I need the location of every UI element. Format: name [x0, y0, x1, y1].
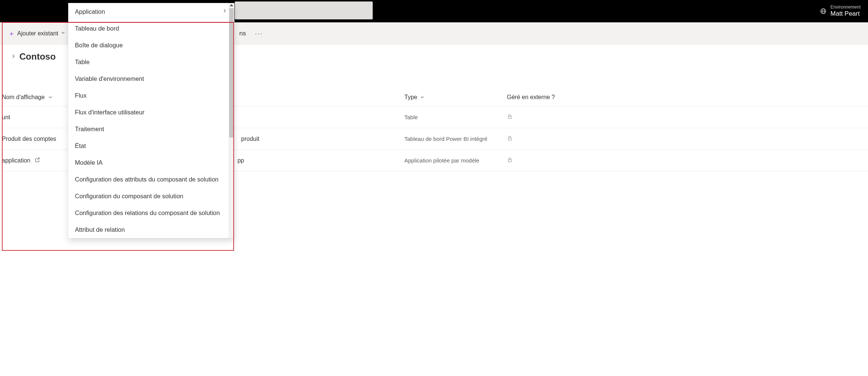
menu-item-label: Table	[75, 59, 89, 66]
column-header-managed[interactable]: Géré en externe ?	[507, 94, 589, 101]
environment-name: Matt Peart	[830, 10, 861, 18]
svg-rect-4	[508, 138, 511, 140]
row-type: Application pilotée par modèle	[404, 157, 507, 164]
menu-item[interactable]: Flux d'interface utilisateur	[68, 104, 234, 121]
column-header-type[interactable]: Type	[404, 94, 507, 101]
menu-item[interactable]: Table	[68, 54, 234, 70]
add-existing-label: Ajouter existant	[17, 30, 58, 37]
svg-rect-5	[508, 159, 511, 162]
globe-icon	[820, 8, 827, 15]
row-type: Tableau de bord Power BI intégré	[404, 136, 507, 142]
scroll-thumb[interactable]	[229, 8, 234, 138]
lock-icon	[507, 158, 513, 164]
chevron-right-icon	[222, 8, 228, 15]
menu-item-label: Flux d'interface utilisateur	[75, 109, 145, 116]
row-name-suffix: pp	[237, 157, 244, 164]
row-name-suffix: produit	[241, 136, 259, 142]
command-bar-trailing: ns ···	[239, 29, 263, 37]
plus-icon: ＋	[8, 29, 15, 38]
external-link-icon[interactable]	[34, 157, 40, 164]
chevron-right-icon[interactable]	[10, 53, 16, 60]
scrollbar[interactable]	[228, 3, 234, 171]
more-commands-button[interactable]: ···	[255, 29, 263, 37]
menu-item-label: Traitement	[75, 126, 104, 133]
row-name: application	[2, 157, 31, 164]
menu-item[interactable]: Application	[68, 3, 234, 20]
chevron-down-icon	[420, 95, 425, 100]
menu-item-label: Boîte de dialogue	[75, 42, 123, 49]
svg-rect-3	[508, 116, 511, 119]
menu-item[interactable]: Configuration des attributs du composant…	[68, 171, 234, 171]
environment-label: Environnement	[830, 5, 861, 10]
menu-item-label: Flux	[75, 92, 86, 99]
menu-item-label: État	[75, 142, 86, 149]
menu-item-label: Variable d'environnement	[75, 75, 144, 82]
menu-item[interactable]: Modèle IA	[68, 154, 234, 171]
page-title: Contoso	[19, 51, 56, 62]
menu-item-label: Application	[75, 8, 105, 15]
add-existing-button[interactable]: ＋ Ajouter existant	[4, 26, 70, 41]
menu-item[interactable]: Tableau de bord	[68, 20, 234, 37]
search-box[interactable]	[235, 1, 373, 19]
environment-selector[interactable]: Environnement Matt Peart	[820, 5, 861, 17]
menu-item[interactable]: Flux	[68, 87, 234, 104]
menu-item-label: Modèle IA	[75, 159, 102, 166]
menu-item[interactable]: Traitement	[68, 121, 234, 138]
menu-list: ApplicationTableau de bordBoîte de dialo…	[68, 3, 234, 171]
environment-text: Environnement Matt Peart	[830, 5, 861, 17]
row-name: unt	[2, 114, 10, 121]
lock-icon	[507, 136, 513, 142]
chevron-down-icon	[48, 95, 53, 100]
command-bar-partial-text: ns	[239, 30, 246, 37]
menu-item-label: Tableau de bord	[75, 25, 119, 32]
scroll-up-arrow-icon[interactable]	[230, 4, 233, 6]
menu-item[interactable]: Boîte de dialogue	[68, 37, 234, 54]
add-existing-menu: ApplicationTableau de bordBoîte de dialo…	[68, 3, 234, 171]
chevron-down-icon	[60, 30, 66, 37]
menu-item[interactable]: État	[68, 138, 234, 154]
row-type: Table	[404, 114, 507, 120]
menu-item[interactable]: Variable d'environnement	[68, 70, 234, 87]
lock-icon	[507, 114, 513, 121]
